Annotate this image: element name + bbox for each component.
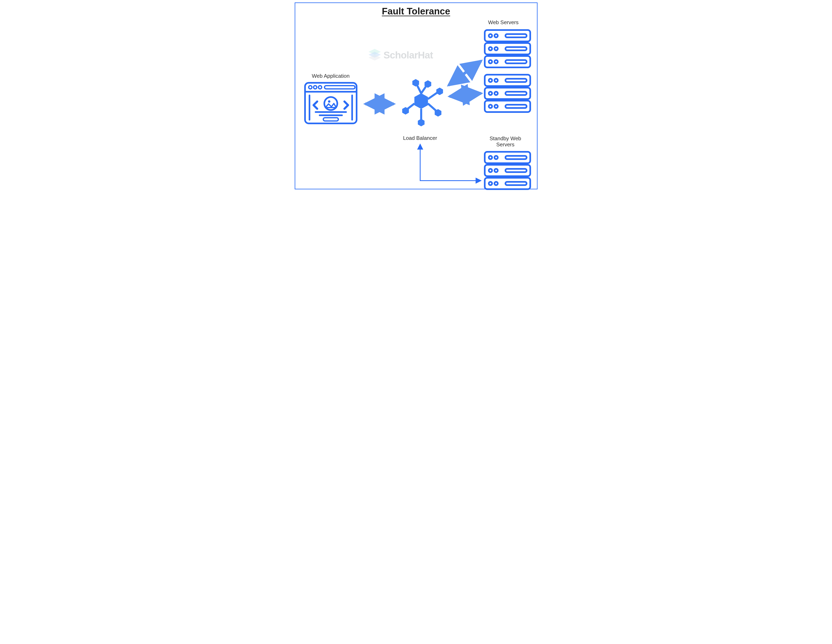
svg-point-30: [489, 34, 492, 37]
load-balancer-label: Load Balancer: [398, 135, 443, 141]
standby-web-servers-label-line2: Servers: [496, 141, 515, 147]
watermark: ScholarHat: [367, 48, 433, 62]
svg-point-47: [494, 92, 498, 95]
svg-point-7: [318, 86, 322, 89]
svg-point-50: [489, 105, 492, 108]
svg-rect-8: [325, 86, 355, 89]
svg-point-39: [494, 60, 498, 63]
svg-rect-48: [506, 92, 526, 95]
svg-point-12: [328, 100, 330, 103]
svg-marker-27: [418, 119, 424, 126]
watermark-text: ScholarHat: [384, 50, 433, 61]
svg-marker-16: [414, 93, 428, 109]
standby-web-servers-label-line1: Standby Web: [490, 135, 521, 141]
svg-point-63: [494, 182, 498, 185]
svg-rect-36: [506, 47, 526, 50]
svg-point-62: [489, 182, 492, 185]
svg-rect-52: [506, 105, 526, 108]
svg-point-59: [494, 169, 498, 172]
diagram-title: Fault Tolerance: [292, 6, 540, 17]
standby-servers-stack-icon: [483, 150, 532, 191]
svg-point-38: [489, 60, 492, 63]
svg-rect-15: [323, 118, 338, 121]
svg-point-6: [314, 86, 317, 89]
svg-marker-25: [437, 88, 443, 95]
svg-rect-56: [506, 156, 526, 159]
svg-point-54: [489, 156, 492, 159]
load-balancer-node: [396, 75, 446, 131]
svg-point-42: [489, 79, 492, 82]
svg-point-34: [489, 47, 492, 50]
servers-stack-icon: [483, 29, 532, 116]
svg-rect-64: [506, 182, 526, 185]
web-servers-label: Web Servers: [479, 19, 528, 26]
svg-rect-32: [506, 34, 526, 37]
svg-rect-60: [506, 169, 526, 172]
svg-point-58: [489, 169, 492, 172]
web-servers-node: [483, 29, 532, 117]
svg-point-51: [494, 105, 498, 108]
svg-rect-40: [506, 60, 526, 63]
diagram-canvas: Fault Tolerance ScholarHat Web Applicati…: [292, 0, 540, 192]
web-application-label: Web Application: [304, 73, 357, 79]
svg-rect-44: [506, 79, 526, 82]
load-balancer-icon: [396, 75, 446, 130]
watermark-logo-icon: [367, 48, 382, 62]
standby-web-servers-label: Standby Web Servers: [479, 136, 532, 148]
svg-point-5: [309, 86, 312, 89]
svg-point-46: [489, 92, 492, 95]
svg-point-43: [494, 79, 498, 82]
browser-app-icon: [303, 81, 358, 126]
standby-web-servers-node: [483, 150, 532, 192]
svg-point-35: [494, 47, 498, 50]
web-application-node: [303, 81, 358, 127]
svg-point-31: [494, 34, 498, 37]
svg-point-55: [494, 156, 498, 159]
